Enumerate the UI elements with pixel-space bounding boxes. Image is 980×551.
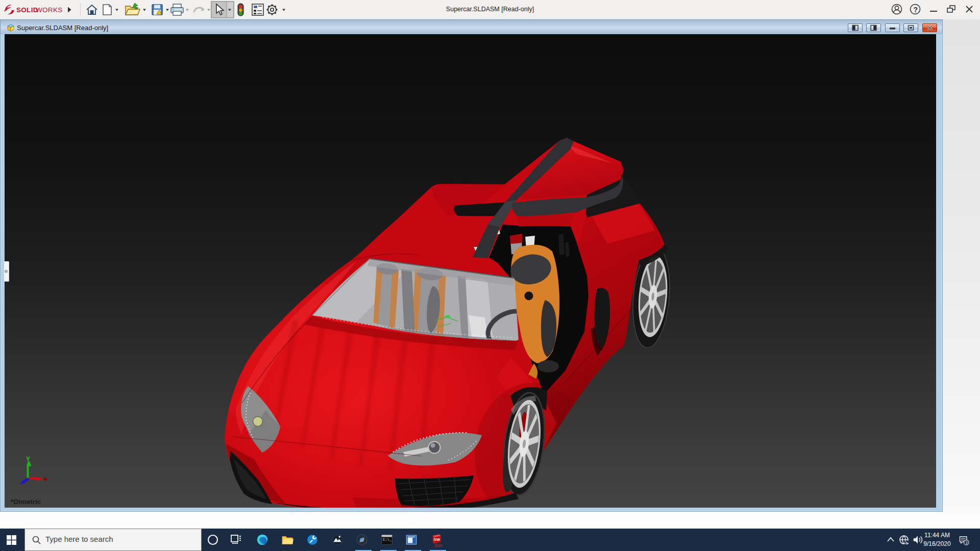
svg-text:WORKS: WORKS (36, 6, 63, 14)
svg-text:2020: 2020 (434, 544, 442, 547)
svg-text:SW: SW (433, 537, 440, 542)
svg-text:?: ? (914, 6, 918, 14)
svg-text:3: 3 (966, 541, 968, 545)
svg-text:SOLID: SOLID (16, 6, 38, 14)
svg-text:C:\_: C:\_ (383, 538, 392, 542)
